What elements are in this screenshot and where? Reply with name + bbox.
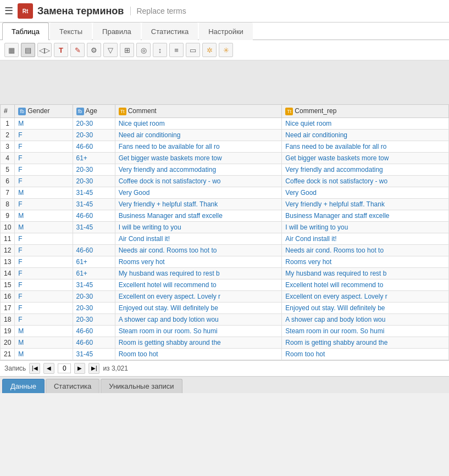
cell-gender: F [15,279,73,290]
table-row[interactable]: 8F31-45Very friendly + helpful staff. Th… [1,198,449,210]
menu-icon[interactable]: ☰ [4,5,13,17]
toolbar-btn-cols[interactable]: ◁▷ [37,43,52,57]
table-row[interactable]: 4F61+Get bigger waste baskets more towGe… [1,152,449,164]
tab-rules[interactable]: Правила [93,23,141,40]
cell-age: 20-30 [73,290,115,302]
cell-comment: Room too hot [115,348,282,360]
cell-comment-rep: Coffee dock is not satisfactory - wo [282,175,449,187]
bottom-tab-data[interactable]: Данные [2,379,45,393]
toolbar-btn-grid[interactable]: ▦ [4,43,19,57]
toolbar-btn-edit[interactable]: ✎ [70,43,85,57]
cell-row-num: 4 [1,152,15,164]
data-table-container: # fbGender fbAge TtComment TtComment_rep… [0,104,449,360]
table-row[interactable]: 21M31-45Room too hotRoom too hot [1,348,449,360]
table-row[interactable]: 11FAir Cond install it!Air Cond install … [1,233,449,244]
col-header-comment-rep[interactable]: TtComment_rep [282,105,449,118]
toolbar-btn-view[interactable]: ▭ [186,43,200,57]
table-row[interactable]: 6F20-30Coffee dock is not satisfactory -… [1,175,449,187]
cell-age: 20-30 [73,164,115,175]
cell-gender: M [15,325,73,337]
cell-gender: M [15,210,73,221]
table-row[interactable]: 1M20-30Nice quiet roomNice quiet room [1,117,449,129]
bottom-tab-stats[interactable]: Статистика [46,379,99,393]
col-header-num[interactable]: # [1,105,15,118]
cell-comment-rep: I will be writing to you [282,221,449,233]
cell-age: 20-30 [73,175,115,187]
record-current: 0 [58,363,71,373]
table-row[interactable]: 18F20-30A shower cap and body lotion wou… [1,313,449,325]
toolbar-btn-filter[interactable]: ▽ [103,43,118,57]
cell-gender: M [15,117,73,129]
nav-next[interactable]: ▶ [74,363,85,374]
table-row[interactable]: 7M31-45Very GoodVery Good [1,187,449,198]
toolbar-btn-search[interactable]: ⚙ [87,43,101,57]
cell-gender: F [15,141,73,152]
col-icon-gender: fb [18,108,26,115]
toolbar-btn-calc[interactable]: ⊞ [120,43,134,57]
table-row[interactable]: 17F20-30Enjoyed out stay. Will definitel… [1,302,449,313]
tab-statistics[interactable]: Статистика [142,23,198,40]
table-row[interactable]: 16F20-30Excellent on every aspect. Lovel… [1,290,449,302]
col-header-age[interactable]: fbAge [73,105,115,118]
toolbar-btn-list[interactable]: ≡ [169,43,184,57]
record-total: из 3,021 [103,365,128,372]
cell-comment: I will be writing to you [115,221,282,233]
tab-table[interactable]: Таблица [2,23,49,40]
cell-age: 46-60 [73,141,115,152]
cell-gender: F [15,233,73,244]
cell-comment-rep: Rooms very hot [282,256,449,267]
table-row[interactable]: 5F20-30Very friendly and accommodatingVe… [1,164,449,175]
cell-comment: Enjoyed out stay. Will definitely be [115,302,282,313]
toolbar-btn-color[interactable]: ◎ [136,43,151,57]
cell-comment-rep: Nice quiet room [282,117,449,129]
table-row[interactable]: 2F20-30Need air conditioningNeed air con… [1,129,449,141]
col-header-comment[interactable]: TtComment [115,105,282,118]
cell-age: 46-60 [73,325,115,337]
col-header-gender[interactable]: fbGender [15,105,73,118]
table-row[interactable]: 13F61+Rooms very hotRooms very hot [1,256,449,267]
cell-comment-rep: Needs air cond. Rooms too hot to [282,244,449,256]
cell-gender: F [15,129,73,141]
toolbar-btn-star2[interactable]: ✳ [219,43,233,57]
workspace-area [0,60,449,104]
tab-texts[interactable]: Тексты [50,23,92,40]
cell-gender: F [15,267,73,279]
cell-comment-rep: Very friendly + helpful staff. Thank [282,198,449,210]
tab-settings[interactable]: Настройки [199,23,253,40]
cell-gender: F [15,152,73,164]
bottom-tab-unique[interactable]: Уникальные записи [101,379,182,393]
table-row[interactable]: 3F46-60Fans need to be available for all… [1,141,449,152]
cell-gender: F [15,198,73,210]
cell-age: 31-45 [73,198,115,210]
nav-last[interactable]: ▶| [88,363,99,374]
table-row[interactable]: 20M46-60Room is getting shabby around th… [1,337,449,348]
toolbar-btn-rows[interactable]: ▤ [21,43,35,57]
cell-row-num: 7 [1,187,15,198]
nav-prev[interactable]: ◀ [43,363,54,374]
cell-comment: Steam room in our room. So humi [115,325,282,337]
table-row[interactable]: 15F31-45Excellent hotel will recommend t… [1,279,449,290]
cell-comment-rep: Air Cond install it! [282,233,449,244]
cell-comment-rep: Business Manager and staff excelle [282,210,449,221]
cell-comment: Needs air cond. Rooms too hot to [115,244,282,256]
table-row[interactable]: 12F46-60Needs air cond. Rooms too hot to… [1,244,449,256]
cell-comment-rep: Need air conditioning [282,129,449,141]
toolbar-btn-text[interactable]: T [54,43,68,57]
cell-gender: F [15,256,73,267]
toolbar-btn-star1[interactable]: ✲ [202,43,217,57]
cell-gender: F [15,244,73,256]
nav-first[interactable]: |◀ [29,363,40,374]
cell-row-num: 1 [1,117,15,129]
table-row[interactable]: 19M46-60Steam room in our room. So humiS… [1,325,449,337]
cell-row-num: 5 [1,164,15,175]
cell-comment: A shower cap and body lotion wou [115,313,282,325]
toolbar-btn-sort[interactable]: ↕ [153,43,167,57]
table-row[interactable]: 10M31-45I will be writing to youI will b… [1,221,449,233]
cell-comment: Business Manager and staff excelle [115,210,282,221]
cell-age: 31-45 [73,187,115,198]
table-row[interactable]: 14F61+My husband was required to rest bM… [1,267,449,279]
cell-comment: Very friendly + helpful staff. Thank [115,198,282,210]
table-row[interactable]: 9M46-60Business Manager and staff excell… [1,210,449,221]
cell-comment-rep: A shower cap and body lotion wou [282,313,449,325]
cell-comment: Get bigger waste baskets more tow [115,152,282,164]
